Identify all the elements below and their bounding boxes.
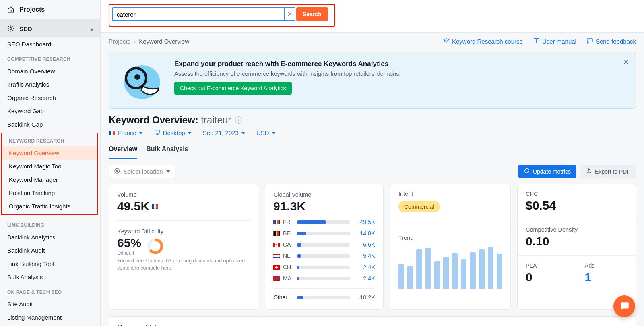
location-placeholder: Select location (124, 168, 163, 175)
gv-other-label: Other (273, 294, 293, 301)
notice-cta-button[interactable]: Check out E-commerce Keyword Analytics (174, 82, 292, 95)
volume-label: Volume (117, 191, 250, 198)
chevron-right-icon: › (134, 38, 136, 45)
cd-value: 0.10 (526, 235, 627, 248)
gv-row: NL 5.4K (273, 250, 375, 262)
gv-country-code: CA (283, 241, 293, 248)
filter-device[interactable]: Desktop (154, 129, 192, 137)
sidebar-item-keyword-manager[interactable]: Keyword Manager (2, 173, 97, 186)
trend-bar (407, 266, 413, 289)
sidebar: Projects SEO SEO Dashboard COMPETITIVE R… (0, 0, 101, 326)
sidebar-item-link-building-tool[interactable]: Link Building Tool (0, 257, 100, 270)
sidebar-item-bulk-analysis[interactable]: Bulk Analysis (0, 270, 100, 284)
link-send-feedback[interactable]: Send feedback (587, 37, 636, 45)
cpc-value: $0.54 (526, 199, 627, 212)
sidebar-item-organic-traffic-insights[interactable]: Organic Traffic Insights (2, 199, 97, 213)
flag-france-icon (109, 131, 115, 135)
add-keyword-button[interactable]: + (235, 116, 242, 124)
clear-search-button[interactable]: ✕ (285, 7, 295, 21)
highlight-box-search: ✕ Search (109, 4, 335, 27)
sidebar-item-site-audit[interactable]: Site Audit (0, 297, 100, 311)
sidebar-item-organic-research[interactable]: Organic Research (0, 91, 100, 104)
chat-fab[interactable] (613, 295, 635, 317)
trend-bar (416, 249, 422, 289)
gv-country-value: 14.8K (355, 230, 375, 237)
filter-currency[interactable]: USD (256, 129, 276, 137)
svg-point-3 (134, 74, 140, 80)
trend-bar (452, 253, 458, 289)
gv-country-value: 2.4K (355, 275, 375, 282)
card-keyword-ideas: Keyword ideas Keyword Variations Questio… (109, 316, 636, 326)
gv-country-value: 5.4K (355, 253, 375, 259)
cd-label: Competitive Density (526, 226, 627, 233)
sidebar-item-seo-dashboard[interactable]: SEO Dashboard (0, 37, 100, 51)
breadcrumbs: Projects › Keyword Overview (109, 38, 189, 45)
kd-donut-icon (147, 238, 164, 255)
sidebar-item-backlink-gap[interactable]: Backlink Gap (0, 118, 100, 131)
sidebar-item-position-tracking[interactable]: Position Tracking (2, 186, 97, 199)
sidebar-item-traffic-analytics[interactable]: Traffic Analytics (0, 78, 100, 91)
card-cpc: CPC $0.54 Competitive Density 0.10 PLA 0… (517, 184, 636, 310)
page-title: Keyword Overview: traiteur (109, 114, 231, 126)
gv-label: Global Volume (273, 191, 375, 198)
trend-chart (398, 244, 502, 289)
tab-bulk-analysis[interactable]: Bulk Analysis (146, 142, 188, 159)
gv-row: CA 6.6K (273, 239, 375, 250)
ads-value[interactable]: 1 (585, 270, 628, 284)
trend-bar (488, 247, 493, 289)
chevron-down-icon (166, 170, 170, 173)
pla-label: PLA (526, 262, 569, 269)
gv-country-value: 49.5K (355, 219, 375, 225)
flag-be-icon (273, 231, 280, 236)
close-icon: ✕ (287, 11, 292, 17)
location-select[interactable]: Select location (109, 165, 175, 178)
sidebar-seo[interactable]: SEO (0, 20, 100, 37)
gv-row: CH 2.4K (273, 262, 375, 273)
sidebar-item-listing-management[interactable]: Listing Management (0, 311, 100, 324)
sidebar-item-backlink-audit[interactable]: Backlink Audit (0, 244, 100, 257)
link-keyword-research-course[interactable]: Keyword Research course (443, 37, 523, 45)
tab-overview[interactable]: Overview (109, 142, 137, 159)
svg-point-6 (116, 170, 118, 172)
trend-label: Trend (398, 235, 502, 241)
kd-word: Difficult (117, 250, 141, 256)
filter-country[interactable]: France (109, 129, 143, 137)
sidebar-seo-label: SEO (19, 25, 32, 32)
sidebar-item-backlink-analytics[interactable]: Backlink Analytics (0, 230, 100, 244)
update-metrics-button[interactable]: Update metrics (518, 165, 576, 178)
close-notice-button[interactable]: ✕ (623, 58, 629, 66)
svg-point-0 (10, 28, 12, 30)
chat-icon (587, 37, 593, 45)
card-volume: Volume 49.5K Keyword Difficulty 65% Diff… (109, 184, 258, 310)
trend-bar (479, 249, 485, 289)
sidebar-item-keyword-overview[interactable]: Keyword Overview (2, 146, 97, 160)
trend-bar (443, 257, 449, 289)
cpc-label: CPC (526, 191, 627, 197)
search-button[interactable]: Search (296, 7, 328, 21)
link-user-manual[interactable]: User manual (533, 37, 576, 45)
sidebar-item-seo-content-template[interactable]: SEO Content Template (0, 324, 100, 326)
sidebar-item-domain-overview[interactable]: Domain Overview (0, 64, 100, 78)
intent-badge: Commercial (398, 201, 440, 212)
filter-date[interactable]: Sep 21, 2023 (203, 129, 245, 137)
export-pdf-button[interactable]: Export to PDF (580, 165, 636, 178)
sidebar-top-projects[interactable]: Projects (0, 0, 100, 20)
breadcrumb-projects[interactable]: Projects (109, 38, 130, 45)
sidebar-item-keyword-magic-tool[interactable]: Keyword Magic Tool (2, 160, 97, 173)
flag-ch-icon (273, 265, 280, 270)
graduation-cap-icon (443, 37, 450, 45)
chevron-down-icon (188, 132, 192, 134)
notice-text: Assess the efficiency of e-commerce keyw… (174, 71, 401, 77)
volume-value: 49.5K (117, 199, 149, 213)
chevron-down-icon (90, 25, 94, 32)
tabs: Overview Bulk Analysis (109, 142, 636, 159)
chevron-down-icon (139, 132, 143, 134)
card-intent-trend: Intent Commercial Trend (390, 184, 511, 310)
highlight-box-keyword-research: KEYWORD RESEARCH Keyword Overview Keywor… (1, 133, 98, 215)
notice-banner: ✕ Expand your product reach with E-comme… (109, 52, 636, 109)
chevron-down-icon (241, 132, 245, 134)
gv-country-code: NL (283, 253, 293, 259)
main: ✕ Search Projects › Keyword Overview Key… (101, 0, 644, 326)
sidebar-item-keyword-gap[interactable]: Keyword Gap (0, 104, 100, 118)
search-input[interactable] (112, 7, 285, 21)
